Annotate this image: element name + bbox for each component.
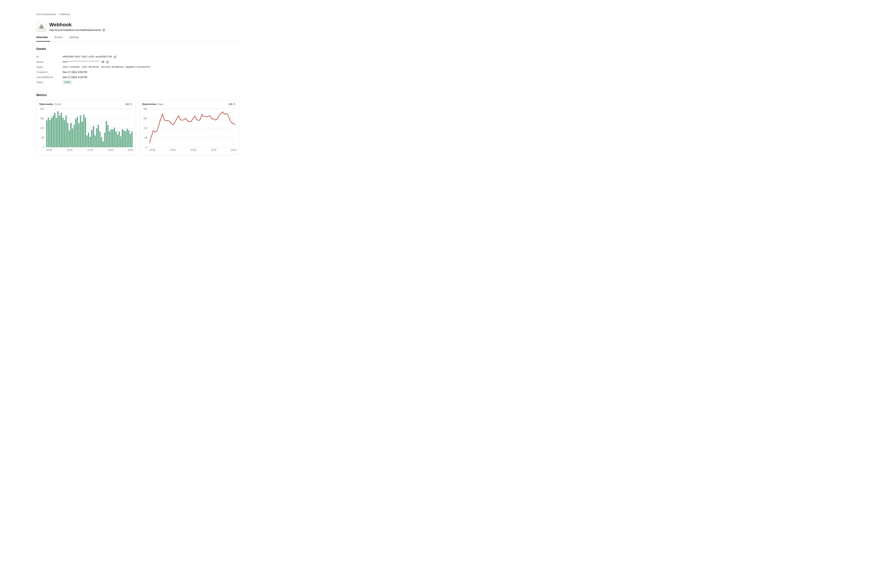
y-tick-label: 255	[40, 117, 44, 120]
webhook-url: http://mock.hookdeck.com/webhooks/events	[50, 28, 101, 32]
bar	[80, 116, 81, 147]
x-tick-label: 19:30	[128, 149, 133, 151]
bar	[106, 121, 107, 147]
bar	[57, 111, 59, 147]
bar	[67, 123, 68, 147]
x-tick-label: 07:00	[87, 149, 93, 151]
y-tick-label: 255	[143, 117, 147, 120]
bar	[81, 122, 83, 147]
chart-title-event-errors: Event errors/ Rate	[143, 103, 163, 105]
bar	[78, 123, 80, 147]
tab-settings[interactable]: Settings	[69, 36, 81, 41]
x-tick-label: 02:00	[67, 149, 72, 151]
chart-plot	[46, 109, 133, 147]
bar	[99, 131, 101, 147]
y-tick-label: 0	[43, 146, 44, 148]
tab-events[interactable]: Events	[55, 36, 65, 41]
bar	[66, 116, 67, 147]
y-tick-label: 0	[146, 146, 147, 148]
breadcrumb-webhook[interactable]: Webhook	[60, 13, 70, 16]
copy-icon	[106, 60, 109, 63]
y-tick-label: 170	[40, 127, 44, 129]
webhook-icon	[36, 22, 47, 32]
bar	[115, 131, 117, 147]
bar	[60, 113, 62, 147]
tab-bar: Overview Events Settings	[36, 36, 239, 41]
bar	[104, 133, 105, 147]
y-axis-labels: 340255170850	[143, 109, 147, 147]
bar	[122, 129, 123, 147]
bar	[119, 131, 120, 147]
chart-title-total-events: Total events/ Count	[39, 103, 61, 105]
total-events-bar-chart: 340255170850 20:3002:0007:0012:3019:30	[39, 109, 133, 152]
detail-label: Status	[36, 81, 63, 84]
detail-label: Topics	[36, 66, 63, 68]
event-errors-line-chart: 340255170850 20:3002:0007:0012:3019:30	[143, 109, 236, 152]
y-tick-label: 85	[41, 136, 44, 139]
bar	[62, 118, 63, 147]
bar	[91, 130, 92, 147]
chart-plot	[149, 109, 236, 147]
reveal-secret-button[interactable]	[101, 60, 104, 63]
copy-secret-button[interactable]	[106, 60, 109, 63]
bar	[56, 118, 57, 147]
webhook-detail-page: Event Destinations / Webhook Webhook htt…	[36, 0, 239, 155]
detail-row-id: ID b4925365-b8cf-42b7-a762-aa1a539177a5	[36, 54, 239, 59]
detail-label: Secret	[36, 60, 63, 63]
detail-row-created-at: Created at Nov 17 2024, 8:05 PM	[36, 69, 239, 75]
x-tick-label: 19:30	[231, 149, 236, 151]
bar	[109, 131, 110, 147]
status-badge: Active	[63, 80, 72, 84]
metric-cards: Total events/ Count 24h 340255170850 20:…	[36, 100, 239, 155]
time-range-select[interactable]: 24h	[229, 103, 235, 106]
bar	[95, 135, 96, 147]
bar	[53, 116, 54, 147]
bar	[125, 131, 126, 147]
time-range-select[interactable]: 24h	[125, 103, 132, 106]
copy-icon	[114, 56, 116, 58]
metric-card-total-events: Total events/ Count 24h 340255170850 20:…	[36, 100, 136, 155]
breadcrumb-event-destinations[interactable]: Event Destinations	[36, 13, 56, 16]
copy-id-button[interactable]	[114, 56, 116, 58]
line-series	[149, 109, 236, 147]
page-header: Webhook http://mock.hookdeck.com/webhook…	[36, 22, 239, 32]
y-axis-labels: 340255170850	[39, 109, 44, 147]
x-tick-label: 02:00	[170, 149, 176, 151]
bar	[128, 130, 129, 147]
bar	[90, 137, 91, 147]
bar	[51, 118, 52, 147]
bar	[54, 113, 56, 147]
bar	[86, 135, 88, 147]
x-tick-label: 20:30	[47, 149, 52, 151]
bar	[64, 120, 65, 147]
bar	[130, 134, 131, 147]
bar	[131, 131, 132, 147]
bar	[77, 117, 78, 147]
bar	[123, 130, 125, 147]
x-tick-label: 20:30	[150, 149, 155, 151]
webhook-id-value: b4925365-b8cf-42b7-a762-aa1a539177a5	[63, 56, 112, 58]
bar	[70, 123, 71, 147]
bar	[74, 125, 75, 147]
chevron-up-down-icon	[233, 103, 235, 106]
details-heading: Details	[36, 47, 239, 51]
metrics-heading: Metrics	[36, 93, 239, 97]
bar	[114, 128, 115, 147]
tab-overview[interactable]: Overview	[36, 36, 50, 41]
copy-url-button[interactable]	[102, 28, 105, 32]
bar	[96, 129, 97, 147]
metric-card-event-errors: Event errors/ Rate 24h 340255170850 20:3…	[140, 100, 239, 155]
bar	[120, 136, 121, 147]
x-axis-labels: 20:3002:0007:0012:3019:30	[46, 147, 133, 152]
bar	[101, 137, 102, 147]
bar	[46, 120, 47, 147]
detail-row-last-updated: Last updated at Nov 17 2024, 9:10 PM	[36, 75, 239, 80]
bar	[85, 118, 86, 147]
details-list: ID b4925365-b8cf-42b7-a762-aa1a539177a5 …	[36, 54, 239, 85]
y-tick-label: 340	[40, 108, 44, 110]
bar	[93, 126, 94, 147]
detail-label: Created at	[36, 71, 63, 74]
detail-row-topics: Topics user.created, user.deleted, accou…	[36, 64, 239, 69]
x-tick-label: 12:30	[108, 149, 113, 151]
detail-row-status: Status Active	[36, 80, 239, 85]
